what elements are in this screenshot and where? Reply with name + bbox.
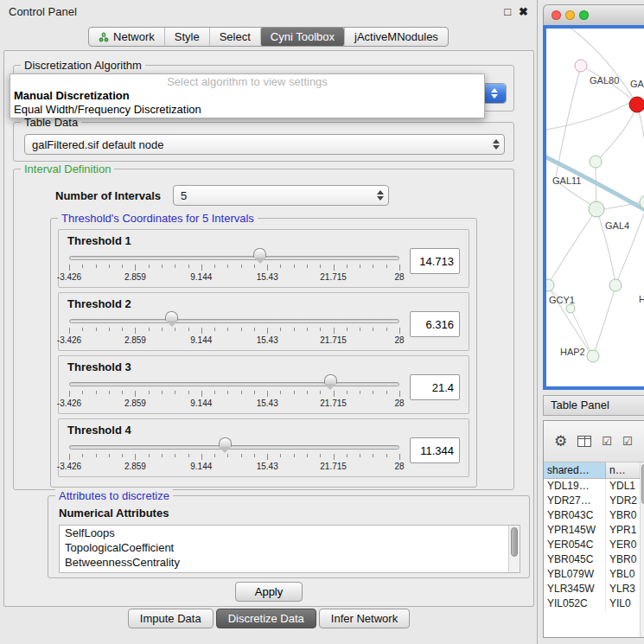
cell-shared-name[interactable]: YBL079W: [544, 567, 606, 582]
network-node[interactable]: [546, 279, 554, 291]
tick-mark: [122, 328, 123, 331]
cell-shared-name[interactable]: YIL052C: [544, 596, 606, 611]
tick-mark: [96, 265, 97, 268]
network-node[interactable]: [589, 201, 604, 217]
network-edge[interactable]: [596, 110, 635, 162]
table-data-select[interactable]: galFiltered.sif default node: [24, 134, 505, 155]
tab-infer-network[interactable]: Infer Network: [319, 609, 410, 628]
tab-select[interactable]: Select: [209, 28, 260, 46]
close-traffic-light-icon[interactable]: [552, 10, 561, 20]
network-canvas[interactable]: GAL80GAGAL11GAL4GCY1HHAP2: [546, 29, 644, 386]
network-window-titlebar[interactable]: [543, 4, 644, 25]
network-node[interactable]: [575, 60, 587, 72]
slider-track[interactable]: [69, 382, 399, 386]
tab-discretize-data[interactable]: Discretize Data: [216, 609, 316, 628]
slider-track[interactable]: [69, 256, 399, 260]
minimize-traffic-light-icon[interactable]: [565, 10, 575, 20]
threshold-4-slider[interactable]: -3.4262.8599.14415.4321.71528: [69, 437, 399, 473]
slider-thumb[interactable]: [165, 311, 178, 328]
table-row[interactable]: YPR145WYPR1: [544, 523, 644, 538]
table-row[interactable]: YIL052CYIL0: [544, 596, 644, 611]
threshold-3-slider[interactable]: -3.4262.8599.14415.4321.71528: [69, 373, 399, 410]
cell-name[interactable]: YLR3: [606, 582, 644, 596]
network-edge[interactable]: [556, 66, 581, 177]
table-row[interactable]: YER054CYER0: [544, 538, 644, 552]
column-header-shared-name[interactable]: shared…: [544, 462, 606, 478]
close-icon[interactable]: ✖: [519, 5, 528, 18]
cell-name[interactable]: YBR0: [606, 552, 644, 567]
network-node[interactable]: [587, 350, 599, 362]
attributes-scrollbar[interactable]: [508, 526, 520, 572]
cell-name[interactable]: YIL0: [606, 596, 644, 611]
table-row[interactable]: YLR345WYLR3: [544, 582, 644, 596]
threshold-4-value-input[interactable]: [410, 437, 460, 463]
threshold-3-value-input[interactable]: [410, 374, 460, 400]
network-node[interactable]: [609, 279, 622, 291]
network-edge[interactable]: [562, 29, 637, 105]
threshold-1-value-input[interactable]: [410, 248, 460, 274]
cell-name[interactable]: YDL1: [606, 479, 644, 494]
slider-track[interactable]: [69, 445, 399, 450]
combo-stepper-icon[interactable]: [488, 135, 504, 154]
slider-track[interactable]: [69, 319, 399, 323]
tick-mark: [294, 391, 295, 394]
cell-shared-name[interactable]: YER054C: [544, 538, 606, 552]
network-node[interactable]: [566, 304, 575, 313]
combo-stepper-icon[interactable]: [373, 186, 388, 205]
tab-network[interactable]: Network: [89, 28, 164, 46]
table-row[interactable]: YBR045CYBR0: [544, 552, 644, 567]
zoom-traffic-light-icon[interactable]: [579, 10, 589, 20]
slider-tick-labels: -3.4262.8599.14415.4321.71528: [69, 462, 399, 472]
columns-icon[interactable]: [577, 436, 591, 447]
slider-thumb[interactable]: [324, 374, 337, 391]
tick-mark: [294, 265, 295, 268]
float-window-icon[interactable]: □: [504, 5, 511, 18]
table-row[interactable]: YBR043CYBR0: [544, 508, 644, 523]
number-of-intervals-select[interactable]: 5: [173, 185, 389, 206]
tick-mark: [214, 265, 215, 268]
tab-jactivemnodules[interactable]: jActiveMNodules: [344, 28, 448, 46]
slider-thumb[interactable]: [253, 248, 266, 265]
cell-shared-name[interactable]: YPR145W: [544, 523, 606, 538]
dropdown-option-equal-width-frequency[interactable]: Equal Width/Frequency Discretization: [10, 103, 484, 117]
table-scrollbar[interactable]: [640, 462, 644, 637]
cell-name[interactable]: YBR0: [606, 508, 644, 523]
attribute-item-betweennesscentrality[interactable]: BetweennessCentrality: [60, 555, 520, 570]
cell-shared-name[interactable]: YLR345W: [544, 582, 606, 596]
select-checkbox-icon[interactable]: ☑: [622, 436, 633, 447]
apply-button[interactable]: Apply: [235, 582, 303, 602]
cell-shared-name[interactable]: YDL19…: [544, 479, 606, 494]
threshold-1-slider[interactable]: -3.4262.8599.14415.4321.71528: [69, 247, 399, 284]
tab-style[interactable]: Style: [164, 28, 209, 46]
cell-shared-name[interactable]: YDR27…: [544, 494, 606, 508]
attribute-item-selfloops[interactable]: SelfLoops: [60, 526, 520, 540]
tab-cyni-toolbox[interactable]: Cyni Toolbox: [260, 27, 344, 47]
tab-impute-data[interactable]: Impute Data: [128, 609, 214, 628]
table-row[interactable]: YDR27…YDR2: [544, 494, 644, 508]
column-header-name[interactable]: n…: [606, 462, 644, 478]
slider-thumb[interactable]: [219, 437, 232, 454]
scrollbar-thumb[interactable]: [511, 527, 518, 557]
threshold-2-slider[interactable]: -3.4262.8599.14415.4321.71528: [69, 310, 399, 347]
cell-name[interactable]: YBL0: [606, 567, 644, 582]
table-row[interactable]: YDL19…YDL1: [544, 479, 644, 494]
gear-icon[interactable]: ⚙: [554, 434, 567, 449]
network-edge[interactable]: [549, 212, 595, 283]
network-node[interactable]: [590, 156, 602, 168]
dropdown-option-manual-discretization[interactable]: Manual Discretization: [10, 89, 484, 103]
cell-name[interactable]: YER0: [606, 538, 644, 552]
combo-stepper-icon[interactable]: [483, 84, 506, 103]
select-all-checkbox-icon[interactable]: ☑: [602, 436, 612, 447]
network-edge[interactable]: [617, 207, 644, 281]
network-edge[interactable]: [546, 103, 629, 131]
network-edge[interactable]: [637, 105, 644, 200]
attribute-item-topologicalcoefficient[interactable]: TopologicalCoefficient: [60, 540, 520, 555]
cell-shared-name[interactable]: YBR045C: [544, 552, 606, 567]
network-edge[interactable]: [594, 287, 615, 354]
threshold-2-value-input[interactable]: [410, 311, 460, 337]
network-node[interactable]: [629, 97, 644, 112]
cell-shared-name[interactable]: YBR043C: [544, 508, 606, 523]
cell-name[interactable]: YPR1: [606, 523, 644, 538]
cell-name[interactable]: YDR2: [606, 494, 644, 508]
table-row[interactable]: YBL079WYBL0: [544, 567, 644, 582]
